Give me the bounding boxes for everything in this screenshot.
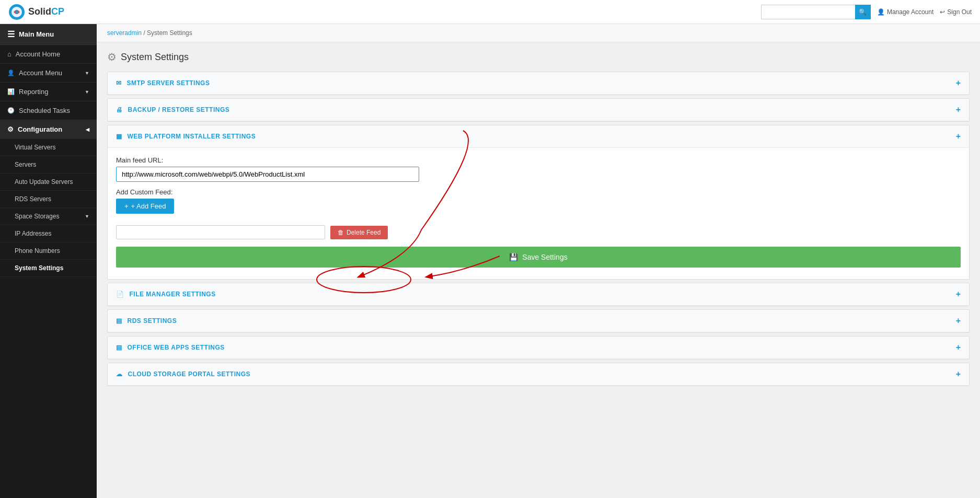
- sidebar-item-scheduled-tasks[interactable]: 🕐 Scheduled Tasks: [0, 101, 97, 120]
- backup-section: 🖨 BACKUP / RESTORE SETTINGS +: [107, 98, 970, 122]
- account-menu-arrow: ▼: [85, 71, 89, 76]
- sidebar-item-rds-servers[interactable]: RDS Servers: [0, 191, 97, 208]
- content-area: serveradmin / System Settings ⚙ System S…: [97, 24, 980, 498]
- sidebar-item-configuration[interactable]: ⚙ Configuration ◀: [0, 120, 97, 139]
- add-custom-feed-label: Add Custom Feed:: [116, 188, 961, 196]
- office-toggle-icon: +: [956, 343, 961, 352]
- sidebar-item-account-home[interactable]: ⌂ Account Home: [0, 45, 97, 64]
- reporting-arrow: ▼: [85, 89, 89, 95]
- page-title-gear-icon: ⚙: [107, 51, 117, 63]
- wpi-body: Main feed URL: Add Custom Feed: + + Add …: [108, 148, 969, 279]
- top-navbar: SolidCP 🔍 👤 Manage Account ↩ Sign Out: [0, 0, 980, 24]
- breadcrumb-parent[interactable]: serveradmin: [107, 29, 142, 37]
- delete-feed-button[interactable]: 🗑 Delete Feed: [330, 226, 388, 239]
- add-feed-plus-icon: +: [124, 202, 129, 210]
- search-bar: 🔍: [761, 5, 871, 19]
- account-menu-left: 👤 Account Menu: [7, 69, 62, 77]
- add-custom-feed-group: Add Custom Feed: + + Add Feed: [116, 188, 961, 219]
- sidebar-item-servers[interactable]: Servers: [0, 156, 97, 173]
- save-settings-button[interactable]: 💾 Save Settings: [116, 247, 961, 268]
- office-header[interactable]: ▤ OFFICE WEB APPS SETTINGS +: [108, 337, 969, 359]
- cloud-icon: ☁: [116, 370, 123, 378]
- breadcrumb: serveradmin / System Settings: [97, 24, 980, 42]
- rds-icon: ▤: [116, 317, 122, 325]
- manage-account-link[interactable]: 👤 Manage Account: [877, 8, 933, 16]
- svg-point-2: [15, 10, 18, 14]
- smtp-icon: ✉: [116, 79, 122, 87]
- logo-icon: [8, 4, 25, 20]
- backup-header[interactable]: 🖨 BACKUP / RESTORE SETTINGS +: [108, 99, 969, 121]
- config-left: ⚙ Configuration: [7, 125, 62, 133]
- breadcrumb-current: System Settings: [147, 29, 192, 37]
- feed-url-input[interactable]: [116, 225, 325, 239]
- floppy-icon: 💾: [509, 253, 518, 261]
- smtp-toggle-icon: +: [956, 78, 961, 88]
- wpi-icon: ▦: [116, 133, 122, 140]
- file-manager-section: 📄 FILE MANAGER SETTINGS +: [107, 283, 970, 306]
- office-web-apps-section: ▤ OFFICE WEB APPS SETTINGS +: [107, 336, 970, 360]
- sign-out-link[interactable]: ↩ Sign Out: [940, 8, 972, 16]
- config-arrow: ◀: [86, 127, 89, 132]
- home-icon: ⌂: [7, 50, 11, 58]
- cloud-storage-section: ☁ CLOUD STORAGE PORTAL SETTINGS +: [107, 363, 970, 386]
- logo: SolidCP: [8, 4, 64, 20]
- sidebar-item-ip-addresses[interactable]: IP Addresses: [0, 225, 97, 242]
- main-feed-input[interactable]: [116, 167, 419, 182]
- smtp-header[interactable]: ✉ SMTP SERVER SETTINGS +: [108, 72, 969, 95]
- sidebar-item-phone-numbers[interactable]: Phone Numbers: [0, 242, 97, 260]
- page-content: ⚙ System Settings ✉ SMTP SERVER SETTINGS…: [97, 42, 980, 398]
- backup-icon: 🖨: [116, 106, 123, 113]
- file-manager-header[interactable]: 📄 FILE MANAGER SETTINGS +: [108, 283, 969, 306]
- rds-section: ▤ RDS SETTINGS +: [107, 309, 970, 333]
- file-icon: 📄: [116, 291, 124, 298]
- space-storages-arrow: ▼: [85, 214, 89, 219]
- gear-icon: ⚙: [7, 125, 14, 133]
- add-feed-button[interactable]: + + Add Feed: [116, 199, 174, 214]
- rds-header[interactable]: ▤ RDS SETTINGS +: [108, 310, 969, 332]
- cloud-storage-header[interactable]: ☁ CLOUD STORAGE PORTAL SETTINGS +: [108, 363, 969, 386]
- sidebar-main-menu[interactable]: ☰ Main Menu: [0, 24, 97, 45]
- feed-row: 🗑 Delete Feed: [116, 225, 961, 239]
- sidebar-item-space-storages[interactable]: Space Storages ▼: [0, 208, 97, 225]
- search-button[interactable]: 🔍: [855, 5, 871, 19]
- manage-account-icon: 👤: [877, 8, 885, 16]
- wpi-section: ▦ WEB PLATFORM INSTALLER SETTINGS + Main…: [107, 125, 970, 280]
- sign-out-icon: ↩: [940, 8, 945, 16]
- sidebar-item-virtual-servers[interactable]: Virtual Servers: [0, 139, 97, 156]
- menu-icon: ☰: [7, 29, 15, 39]
- backup-toggle-icon: +: [956, 105, 961, 114]
- user-icon: 👤: [7, 70, 15, 76]
- chart-icon: 📊: [7, 88, 15, 95]
- logo-text: SolidCP: [28, 6, 64, 17]
- top-nav-right: 🔍 👤 Manage Account ↩ Sign Out: [761, 5, 972, 19]
- file-manager-toggle-icon: +: [956, 289, 961, 299]
- cloud-storage-toggle-icon: +: [956, 369, 961, 379]
- wpi-toggle-icon: +: [956, 132, 961, 141]
- sidebar-item-reporting[interactable]: 📊 Reporting ▼: [0, 83, 97, 101]
- wpi-header[interactable]: ▦ WEB PLATFORM INSTALLER SETTINGS +: [108, 125, 969, 148]
- smtp-section: ✉ SMTP SERVER SETTINGS +: [107, 72, 970, 95]
- search-input[interactable]: [761, 5, 855, 19]
- main-feed-url-group: Main feed URL:: [116, 156, 961, 182]
- search-icon: 🔍: [859, 8, 867, 16]
- sidebar: ☰ Main Menu ⌂ Account Home 👤 Account Men…: [0, 24, 97, 498]
- main-layout: ☰ Main Menu ⌂ Account Home 👤 Account Men…: [0, 24, 980, 498]
- clock-icon: 🕐: [7, 107, 15, 114]
- reporting-left: 📊 Reporting: [7, 88, 48, 96]
- sidebar-item-account-menu[interactable]: 👤 Account Menu ▼: [0, 64, 97, 83]
- office-icon: ▤: [116, 344, 122, 351]
- main-feed-label: Main feed URL:: [116, 156, 961, 164]
- sidebar-item-system-settings[interactable]: System Settings: [0, 260, 97, 277]
- rds-toggle-icon: +: [956, 316, 961, 326]
- page-title: ⚙ System Settings: [107, 51, 970, 63]
- sidebar-item-auto-update-servers[interactable]: Auto Update Servers: [0, 173, 97, 191]
- trash-icon: 🗑: [338, 229, 344, 236]
